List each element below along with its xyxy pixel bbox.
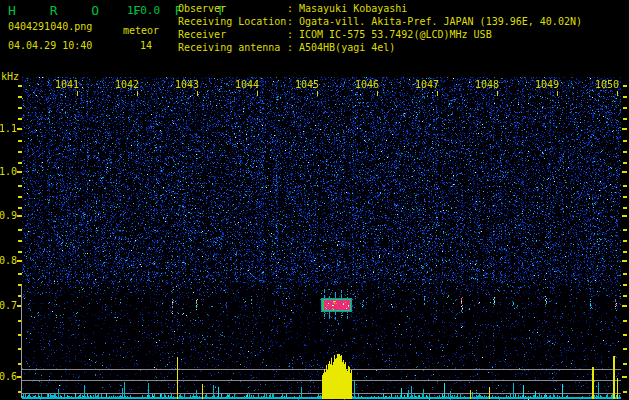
x-tick-label: 1046 bbox=[355, 79, 379, 90]
x-minor-tick bbox=[197, 91, 198, 96]
y-minor-tick bbox=[18, 118, 22, 120]
y-major-tick-right bbox=[622, 376, 627, 378]
x-tick-label: 1041 bbox=[55, 79, 79, 90]
info-row-receiving-antenna: Receiving antenna:A504HB(yagi 4el) bbox=[178, 41, 582, 54]
y-tick-label: 0.9 bbox=[0, 210, 17, 222]
y-minor-tick bbox=[18, 240, 22, 242]
y-minor-tick-right bbox=[623, 251, 627, 253]
y-tick-label: 0.8 bbox=[0, 255, 17, 267]
info-label: Receiving antenna bbox=[178, 41, 287, 54]
y-minor-tick bbox=[18, 185, 22, 187]
x-minor-tick bbox=[437, 91, 438, 96]
x-tick-label: 1043 bbox=[175, 79, 199, 90]
y-minor-tick-right bbox=[623, 118, 627, 120]
y-minor-tick bbox=[18, 273, 22, 275]
y-major-tick-right bbox=[622, 305, 627, 307]
y-minor-tick-right bbox=[623, 284, 627, 286]
x-tick-label: 1050 bbox=[595, 79, 619, 90]
y-major-tick-right bbox=[622, 260, 627, 262]
x-minor-tick bbox=[557, 91, 558, 96]
x-tick-label: 1044 bbox=[235, 79, 259, 90]
y-minor-tick-right bbox=[623, 273, 627, 275]
y-tick-label: 1.0 bbox=[0, 166, 17, 178]
output-filename: 0404291040.png bbox=[8, 21, 92, 32]
x-tick-label: 1047 bbox=[415, 79, 439, 90]
y-minor-tick bbox=[18, 162, 22, 164]
y-minor-tick-right bbox=[623, 348, 627, 350]
x-tick-label: 1045 bbox=[295, 79, 319, 90]
info-label: Observer bbox=[178, 2, 287, 15]
y-major-tick bbox=[17, 171, 22, 173]
y-major-tick bbox=[17, 128, 22, 130]
y-minor-tick bbox=[18, 229, 22, 231]
y-minor-tick bbox=[18, 107, 22, 109]
y-axis-unit-label: kHz bbox=[1, 71, 19, 82]
info-label: Receiving Location bbox=[178, 15, 287, 28]
y-minor-tick bbox=[18, 85, 22, 87]
datetime-label: 04.04.29 10:40 bbox=[8, 40, 92, 51]
y-minor-tick-right bbox=[623, 185, 627, 187]
y-minor-tick-right bbox=[623, 107, 627, 109]
y-minor-tick-right bbox=[623, 151, 627, 153]
info-row-receiving-location: Receiving Location:Ogata-vill. Akita-Pre… bbox=[178, 15, 582, 28]
y-minor-tick-right bbox=[623, 320, 627, 322]
y-major-tick-right bbox=[622, 215, 627, 217]
y-minor-tick-right bbox=[623, 96, 627, 98]
y-minor-tick bbox=[18, 96, 22, 98]
y-tick-label: 0.6 bbox=[0, 371, 17, 383]
spectrogram-canvas bbox=[22, 77, 621, 400]
y-minor-tick bbox=[18, 151, 22, 153]
y-minor-tick-right bbox=[623, 334, 627, 336]
info-separator: : bbox=[287, 15, 299, 28]
hrofft-window: H R O F F T 1.0.0 0404291040.png meteor … bbox=[0, 0, 629, 400]
x-tick-label: 1042 bbox=[115, 79, 139, 90]
x-minor-tick bbox=[137, 91, 138, 96]
info-separator: : bbox=[287, 28, 299, 41]
x-minor-tick bbox=[317, 91, 318, 96]
echo-count: 14 bbox=[140, 40, 152, 51]
info-separator: : bbox=[287, 2, 299, 15]
x-minor-tick bbox=[617, 91, 618, 96]
y-tick-label: 0.7 bbox=[0, 300, 17, 312]
info-label: Receiver bbox=[178, 28, 287, 41]
x-tick-label: 1048 bbox=[475, 79, 499, 90]
app-version: 1.0.0 bbox=[127, 4, 160, 17]
y-minor-tick bbox=[18, 251, 22, 253]
y-major-tick bbox=[17, 260, 22, 262]
y-minor-tick-right bbox=[623, 295, 627, 297]
y-major-tick-right bbox=[622, 128, 627, 130]
x-minor-tick bbox=[497, 91, 498, 96]
info-value: Masayuki Kobayashi bbox=[299, 3, 407, 14]
info-separator: : bbox=[287, 41, 299, 54]
info-value: A504HB(yagi 4el) bbox=[299, 42, 395, 53]
y-minor-tick-right bbox=[623, 229, 627, 231]
info-row-observer: Observer:Masayuki Kobayashi bbox=[178, 2, 582, 15]
y-minor-tick-right bbox=[623, 162, 627, 164]
x-minor-tick bbox=[257, 91, 258, 96]
y-minor-tick-right bbox=[623, 391, 627, 393]
y-minor-tick-right bbox=[623, 196, 627, 198]
x-minor-tick bbox=[377, 91, 378, 96]
station-info-block: Observer:Masayuki KobayashiReceiving Loc… bbox=[178, 2, 582, 54]
y-minor-tick bbox=[18, 207, 22, 209]
x-tick-label: 1049 bbox=[535, 79, 559, 90]
y-minor-tick-right bbox=[623, 85, 627, 87]
y-major-tick-right bbox=[622, 171, 627, 173]
info-row-receiver: Receiver:ICOM IC-575 53.7492(@LCD)MHz US… bbox=[178, 28, 582, 41]
y-minor-tick-right bbox=[623, 240, 627, 242]
x-minor-tick bbox=[77, 91, 78, 96]
y-minor-tick bbox=[18, 140, 22, 142]
info-value: ICOM IC-575 53.7492(@LCD)MHz USB bbox=[299, 29, 492, 40]
left-edge-line bbox=[21, 285, 22, 398]
y-tick-label: 1.1 bbox=[0, 123, 17, 135]
y-major-tick bbox=[17, 215, 22, 217]
mode-label: meteor bbox=[123, 25, 159, 36]
info-value: Ogata-vill. Akita-Pref. JAPAN (139.96E, … bbox=[299, 16, 582, 27]
y-minor-tick-right bbox=[623, 140, 627, 142]
y-minor-tick bbox=[18, 196, 22, 198]
y-minor-tick-right bbox=[623, 207, 627, 209]
y-minor-tick-right bbox=[623, 363, 627, 365]
